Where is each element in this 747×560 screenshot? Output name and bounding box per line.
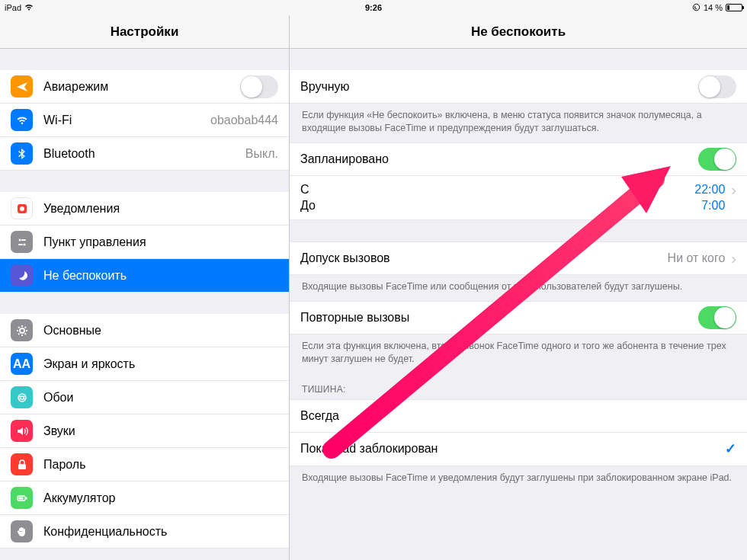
sidebar-item-general[interactable]: Основные (0, 314, 289, 347)
orientation-lock-icon (692, 3, 701, 13)
sidebar-item-battery[interactable]: Аккумулятор (0, 482, 289, 515)
battery-percent: 14 % (704, 3, 723, 12)
status-bar: iPad 9:26 14 % (0, 0, 747, 15)
sidebar-list[interactable]: Авиарежим Wi-Fi obaobab444 Bluetooth Вык… (0, 49, 289, 560)
allow-calls-footer: Входящие вызовы FaceTime или сообщения о… (290, 275, 747, 301)
schedule-to-value: 7:00 (701, 198, 725, 214)
sidebar-item-airplane[interactable]: Авиарежим (0, 70, 289, 104)
silence-footer: Входящие вызовы FaceTime и уведомления б… (290, 466, 747, 492)
row-schedule-times[interactable]: С До 22:00 7:00 › (290, 176, 747, 221)
svg-rect-6 (18, 244, 23, 245)
sidebar-item-label: Wi-Fi (43, 114, 210, 127)
sidebar-item-sounds[interactable]: Звуки (0, 414, 289, 448)
notifications-icon (11, 197, 33, 219)
sidebar-item-label: Пароль (43, 458, 278, 472)
sidebar-item-controlcenter[interactable]: Пункт управления (0, 226, 289, 259)
wallpaper-icon (11, 386, 33, 408)
svg-rect-11 (18, 464, 26, 469)
svg-point-7 (20, 328, 24, 333)
chevron-right-icon: › (731, 251, 736, 266)
sidebar-item-label: Аккумулятор (43, 491, 278, 505)
detail-list[interactable]: Вручную Если функция «Не беспокоить» вкл… (290, 49, 747, 560)
schedule-to-label: До (300, 198, 694, 214)
allow-calls-value: Ни от кого (668, 251, 726, 265)
sidebar-title: Настройки (0, 15, 289, 49)
hand-icon (11, 520, 33, 542)
sidebar-item-privacy[interactable]: Конфиденциальность (0, 515, 289, 549)
manual-toggle[interactable] (698, 75, 736, 98)
repeated-toggle[interactable] (698, 306, 736, 329)
airplane-toggle[interactable] (240, 75, 278, 98)
row-scheduled[interactable]: Запланировано (290, 142, 747, 176)
sidebar-item-label: Основные (43, 324, 278, 338)
bluetooth-icon (11, 142, 33, 165)
silence-always-label: Всегда (300, 409, 736, 423)
manual-label: Вручную (300, 80, 698, 94)
silence-locked-label: Пока iPad заблокирован (300, 442, 719, 456)
sidebar-item-wallpaper[interactable]: Обои (0, 381, 289, 414)
lock-icon (11, 453, 33, 475)
sidebar-item-label: Конфиденциальность (43, 525, 278, 539)
status-time: 9:26 (365, 3, 382, 12)
scheduled-toggle[interactable] (698, 148, 736, 171)
silence-header: ТИШИНА: (290, 373, 747, 399)
checkmark-icon: ✓ (725, 440, 736, 457)
device-name: iPad (5, 3, 21, 12)
moon-icon (11, 264, 33, 286)
schedule-from-label: С (300, 182, 694, 198)
svg-rect-14 (18, 497, 23, 499)
manual-footer: Если функция «Не беспокоить» включена, в… (290, 104, 747, 142)
sidebar-item-bluetooth[interactable]: Bluetooth Выкл. (0, 137, 289, 171)
sounds-icon (11, 420, 33, 442)
sidebar-item-label: Экран и яркость (43, 357, 278, 371)
row-manual[interactable]: Вручную (290, 70, 747, 104)
controlcenter-icon (11, 231, 33, 253)
scheduled-label: Запланировано (300, 152, 698, 166)
sidebar-item-notifications[interactable]: Уведомления (0, 192, 289, 226)
allow-calls-label: Допуск вызовов (300, 251, 668, 265)
sidebar-item-display[interactable]: AA Экран и яркость (0, 347, 289, 381)
battery-settings-icon (11, 487, 33, 509)
sidebar-item-label: Пункт управления (43, 235, 278, 249)
battery-icon (726, 4, 742, 11)
detail-title: Не беспокоить (290, 15, 747, 49)
sidebar-item-dnd[interactable]: Не беспокоить (0, 259, 289, 293)
row-repeated-calls[interactable]: Повторные вызовы (290, 301, 747, 334)
wifi-value: obaobab444 (210, 114, 278, 127)
svg-point-10 (18, 396, 26, 399)
schedule-from-value: 22:00 (694, 182, 725, 198)
sidebar-item-label: Звуки (43, 424, 278, 438)
svg-point-0 (693, 4, 699, 10)
chevron-right-icon: › (731, 182, 736, 197)
sidebar-item-passcode[interactable]: Пароль (0, 448, 289, 482)
row-allow-calls[interactable]: Допуск вызовов Ни от кого › (290, 242, 747, 275)
bluetooth-value: Выкл. (245, 147, 278, 161)
svg-point-3 (18, 238, 21, 241)
sidebar-item-label: Авиарежим (43, 80, 240, 94)
svg-rect-4 (21, 239, 26, 241)
gear-icon (11, 319, 33, 341)
airplane-icon (11, 75, 33, 98)
row-silence-locked[interactable]: Пока iPad заблокирован ✓ (290, 433, 747, 466)
svg-point-8 (18, 394, 26, 402)
wifi-icon (24, 3, 34, 12)
settings-sidebar: Настройки Авиарежим Wi-Fi obaobab444 (0, 15, 290, 560)
svg-point-5 (23, 243, 25, 245)
sidebar-item-label: Уведомления (43, 202, 278, 216)
display-icon: AA (11, 353, 33, 375)
repeated-label: Повторные вызовы (300, 311, 698, 325)
row-silence-always[interactable]: Всегда (290, 399, 747, 433)
detail-pane: Не беспокоить Вручную Если функция «Не б… (290, 15, 747, 560)
sidebar-item-label: Обои (43, 391, 278, 405)
sidebar-item-wifi[interactable]: Wi-Fi obaobab444 (0, 104, 289, 137)
repeated-footer: Если эта функция включена, второй звонок… (290, 334, 747, 373)
sidebar-item-label: Bluetooth (43, 147, 245, 161)
sidebar-item-label: Не беспокоить (43, 269, 278, 283)
svg-point-2 (20, 206, 24, 211)
svg-rect-13 (26, 497, 27, 499)
wifi-settings-icon (11, 109, 33, 131)
